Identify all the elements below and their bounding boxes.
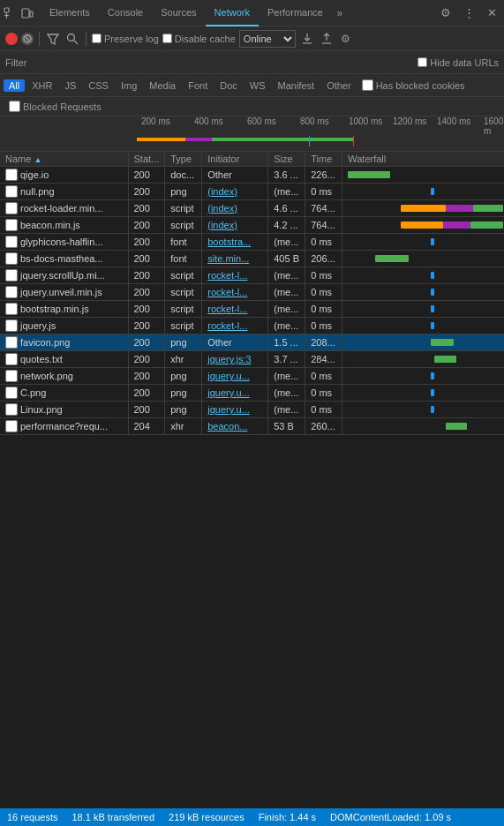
status-bar: 16 requests 18.1 kB transferred 219 kB r…: [0, 808, 504, 826]
network-table: Name ▲ Stat... Type Initiator Size Time …: [0, 152, 504, 435]
timeline-header: 200 ms 400 ms 600 ms 800 ms 1000 ms 1200…: [0, 116, 504, 152]
settings-icon[interactable]: ⚙: [437, 4, 455, 22]
filter-bar: Filter Hide data URLs: [0, 51, 504, 74]
svg-marker-7: [48, 34, 58, 44]
throttle-select[interactable]: Online Slow 3G Fast 3G Offline: [239, 30, 296, 48]
type-btn-js[interactable]: JS: [59, 79, 81, 92]
import-icon[interactable]: [299, 31, 315, 47]
export-icon[interactable]: [319, 31, 335, 47]
type-btn-other[interactable]: Other: [321, 79, 357, 92]
table-row[interactable]: network.png200pngjquery.u...(me...0 ms: [0, 368, 504, 385]
col-header-waterfall[interactable]: Waterfall: [342, 152, 504, 167]
col-header-name[interactable]: Name ▲: [0, 152, 128, 167]
type-btn-media[interactable]: Media: [144, 79, 181, 92]
svg-rect-3: [22, 9, 29, 18]
more-tabs-icon[interactable]: »: [334, 7, 346, 19]
disable-cache-checkbox[interactable]: Disable cache: [162, 34, 236, 44]
type-btn-img[interactable]: Img: [116, 79, 142, 92]
network-table-area[interactable]: Name ▲ Stat... Type Initiator Size Time …: [0, 152, 504, 826]
type-btn-doc[interactable]: Doc: [214, 79, 243, 92]
tab-performance[interactable]: Performance: [259, 0, 332, 26]
col-header-time[interactable]: Time: [305, 152, 342, 167]
separator-1: [39, 32, 40, 46]
table-row[interactable]: beacon.min.js200script(index)4.2 ...764.…: [0, 217, 504, 234]
dom-content-loaded: DOMContentLoaded: 1.09 s: [330, 812, 451, 822]
type-btn-all[interactable]: All: [4, 79, 25, 92]
devtools-root: Elements Console Sources Network Perform…: [0, 0, 504, 826]
settings2-icon[interactable]: ⚙: [338, 31, 354, 47]
table-row[interactable]: performance?requ...204xhrbeacon...53 B26…: [0, 418, 504, 435]
separator-2: [86, 32, 87, 46]
tab-elements[interactable]: Elements: [41, 0, 99, 26]
table-row[interactable]: qige.io200doc...Other3.6 ...226...: [0, 167, 504, 184]
type-btn-manifest[interactable]: Manifest: [273, 79, 320, 92]
svg-rect-4: [30, 11, 33, 17]
tab-network[interactable]: Network: [206, 0, 259, 26]
tab-bar: Elements Console Sources Network Perform…: [0, 0, 504, 26]
resources-size: 219 kB resources: [169, 812, 244, 822]
svg-point-8: [68, 34, 75, 41]
filter-input[interactable]: [34, 57, 410, 68]
close-icon[interactable]: ✕: [483, 4, 500, 22]
table-row[interactable]: null.png200png(index)(me...0 ms: [0, 184, 504, 200]
record-button[interactable]: [5, 33, 18, 45]
device-icon[interactable]: [21, 7, 34, 19]
filter-icon[interactable]: [45, 31, 61, 47]
table-row[interactable]: jquery.js200scriptrocket-l...(me...0 ms: [0, 318, 504, 334]
hide-data-urls-checkbox[interactable]: Hide data URLs: [417, 57, 499, 68]
table-row[interactable]: jquery.unveil.min.js200scriptrocket-l...…: [0, 284, 504, 301]
table-row[interactable]: jquery.scrollUp.mi...200scriptrocket-l..…: [0, 267, 504, 284]
type-btn-font[interactable]: Font: [183, 79, 213, 92]
table-row[interactable]: quotes.txt200xhrjquery.js:33.7 ...284...: [0, 351, 504, 368]
svg-rect-0: [4, 8, 9, 12]
col-header-size[interactable]: Size: [268, 152, 305, 167]
tab-bar-end: ⚙ ⋮ ✕: [437, 4, 500, 22]
type-filter-bar: All XHR JS CSS Img Media Font Doc WS Man…: [0, 74, 504, 97]
table-row[interactable]: bs-docs-masthea...200fontsite.min...405 …: [0, 251, 504, 267]
table-row[interactable]: rocket-loader.min...200script(index)4.6 …: [0, 200, 504, 217]
blocked-requests-checkbox[interactable]: Blocked Requests: [9, 101, 102, 112]
transferred-size: 18.1 kB transferred: [71, 812, 154, 822]
col-header-initiator[interactable]: Initiator: [202, 152, 268, 167]
preserve-log-checkbox[interactable]: Preserve log: [92, 34, 159, 44]
request-count: 16 requests: [7, 812, 57, 822]
table-row[interactable]: glyphicons-halflin...200fontbootstra...(…: [0, 234, 504, 251]
tab-sources[interactable]: Sources: [152, 0, 205, 26]
table-header-row: Name ▲ Stat... Type Initiator Size Time …: [0, 152, 504, 167]
more-options-icon[interactable]: ⋮: [460, 4, 478, 22]
filter-label: Filter: [5, 57, 26, 68]
tab-bar-icons: [4, 7, 34, 19]
table-row[interactable]: favicon.png200pngOther1.5 ...208...: [0, 334, 504, 351]
table-row[interactable]: C.png200pngjquery.u...(me...0 ms: [0, 385, 504, 402]
col-header-status[interactable]: Stat...: [128, 152, 165, 167]
table-row[interactable]: bootstrap.min.js200scriptrocket-l...(me.…: [0, 301, 504, 318]
type-btn-ws[interactable]: WS: [244, 79, 271, 92]
table-row[interactable]: Linux.png200pngjquery.u...(me...0 ms: [0, 402, 504, 418]
finish-time: Finish: 1.44 s: [259, 812, 316, 822]
type-btn-css[interactable]: CSS: [83, 79, 114, 92]
col-header-type[interactable]: Type: [165, 152, 202, 167]
stop-button[interactable]: [21, 33, 34, 45]
tab-console[interactable]: Console: [99, 0, 152, 26]
svg-line-9: [74, 41, 78, 44]
svg-line-6: [26, 37, 29, 41]
network-toolbar: Preserve log Disable cache Online Slow 3…: [0, 26, 504, 51]
has-blocked-checkbox[interactable]: Has blocked cookies: [362, 79, 465, 91]
inspect-icon[interactable]: [4, 7, 16, 19]
search-icon[interactable]: [64, 31, 80, 47]
type-btn-xhr[interactable]: XHR: [26, 79, 57, 92]
